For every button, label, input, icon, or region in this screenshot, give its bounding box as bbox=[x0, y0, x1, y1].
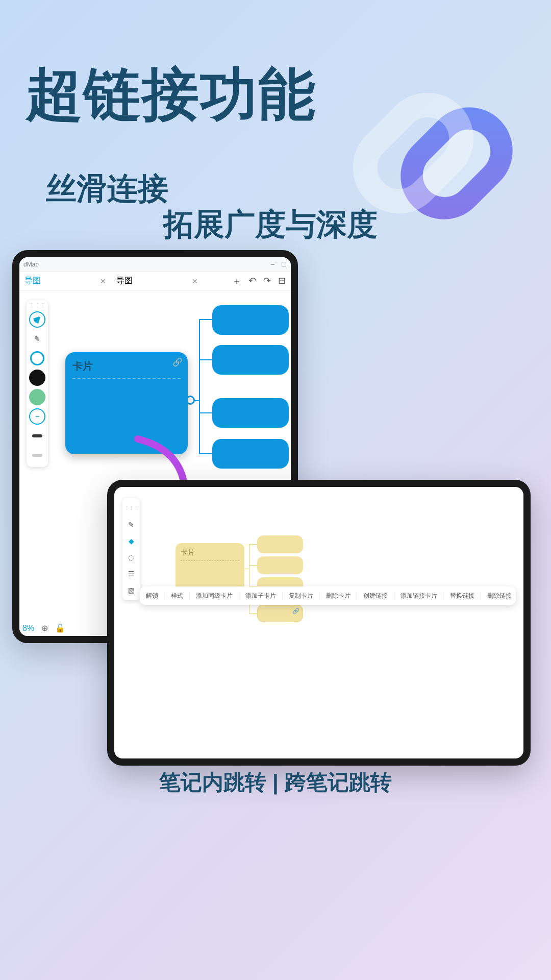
subtitle-1: 丝滑连接 bbox=[46, 168, 168, 210]
ctx-item-add-link-card[interactable]: 添加链接卡片 bbox=[394, 592, 444, 600]
redo-icon[interactable]: ↷ bbox=[263, 275, 271, 287]
link-icon-decor bbox=[372, 77, 525, 230]
ctx-item-replace-link[interactable]: 替换链接 bbox=[444, 592, 481, 600]
ctx-item-copy[interactable]: 复制卡片 bbox=[283, 592, 320, 600]
minimize-icon[interactable]: – bbox=[271, 261, 274, 268]
outline-icon[interactable]: ⊟ bbox=[278, 275, 286, 287]
ctx-item-unlock[interactable]: 解锁 bbox=[140, 592, 165, 600]
child-card[interactable] bbox=[212, 439, 289, 469]
main-title: 超链接功能 bbox=[26, 56, 316, 133]
maximize-icon[interactable]: ☐ bbox=[281, 261, 287, 268]
context-menu: 解锁 样式 添加同级卡片 添加子卡片 复制卡片 删除卡片 创建链接 添加链接卡片… bbox=[140, 586, 516, 605]
eraser-icon[interactable]: ◆ bbox=[124, 534, 138, 548]
target-icon[interactable]: ⊕ bbox=[41, 623, 48, 633]
card-divider bbox=[181, 560, 239, 561]
card-title: 卡片 bbox=[181, 548, 239, 557]
thickness-light-icon[interactable] bbox=[32, 454, 42, 457]
connector-line bbox=[249, 565, 257, 566]
child-card[interactable] bbox=[212, 398, 289, 428]
ctx-item-create-link[interactable]: 创建链接 bbox=[357, 592, 394, 600]
image-icon[interactable]: ▧ bbox=[124, 583, 138, 597]
thickness-dark-icon[interactable] bbox=[32, 434, 42, 437]
pen-icon[interactable]: ✎ bbox=[124, 518, 138, 531]
ctx-item-add-sibling[interactable]: 添加同级卡片 bbox=[190, 592, 239, 600]
ctx-item-delete[interactable]: 删除卡片 bbox=[320, 592, 357, 600]
ctx-item-add-child[interactable]: 添加子卡片 bbox=[239, 592, 283, 600]
lock-icon[interactable]: 🔓 bbox=[55, 623, 65, 633]
close-icon[interactable]: ✕ bbox=[100, 277, 106, 285]
ctx-item-delete-link[interactable]: 删除链接 bbox=[481, 592, 516, 600]
undo-icon[interactable]: ↶ bbox=[248, 275, 256, 287]
text-icon[interactable]: ☰ bbox=[124, 567, 138, 580]
child-card-yellow-linked[interactable]: 🔗 bbox=[257, 604, 303, 622]
tab-label: 导图 bbox=[24, 276, 41, 286]
status-bar: 8% ⊕ 🔓 bbox=[22, 623, 65, 633]
tab-inactive[interactable]: 导图 ✕ bbox=[111, 272, 203, 290]
link-icon: 🔗 bbox=[292, 608, 299, 615]
link-icon[interactable]: 🔗 bbox=[172, 357, 183, 367]
card-title: 卡片 bbox=[72, 359, 181, 373]
connector-line bbox=[199, 453, 212, 454]
child-card[interactable] bbox=[212, 345, 289, 375]
pen-tool-icon[interactable] bbox=[29, 311, 45, 328]
tool-palette[interactable]: ⋮⋮⋮ ✎ − bbox=[27, 300, 48, 467]
connector-line bbox=[199, 319, 212, 320]
add-tab-icon[interactable]: ＋ bbox=[232, 275, 241, 287]
color-black-icon[interactable] bbox=[29, 370, 45, 386]
connector-line bbox=[249, 613, 257, 614]
subtitle-2: 拓展广度与深度 bbox=[163, 204, 378, 246]
minus-tool-icon[interactable]: − bbox=[29, 408, 45, 425]
drag-handle-icon[interactable]: ⋮⋮⋮ bbox=[29, 302, 46, 308]
card-divider bbox=[72, 378, 181, 379]
connector-line bbox=[199, 359, 212, 360]
tool-palette-2[interactable]: ⋮⋮⋮ ✎ ◆ ◌ ☰ ▧ bbox=[122, 498, 140, 600]
ring-tool-icon[interactable] bbox=[30, 351, 44, 365]
bottom-caption: 笔记内跳转 | 跨笔记跳转 bbox=[0, 768, 551, 797]
app-name: dMap bbox=[23, 261, 39, 268]
connector-line bbox=[199, 412, 212, 413]
connector-line bbox=[199, 319, 200, 454]
close-icon[interactable]: ✕ bbox=[192, 277, 198, 285]
connector-line bbox=[244, 569, 249, 569]
tab-label: 导图 bbox=[116, 276, 133, 286]
tab-active[interactable]: 导图 ✕ bbox=[19, 272, 111, 290]
child-card[interactable] bbox=[212, 305, 289, 335]
color-green-icon[interactable] bbox=[29, 389, 45, 405]
child-card-yellow[interactable] bbox=[257, 535, 303, 553]
main-card[interactable]: 卡片 🔗 bbox=[65, 352, 188, 454]
zoom-label[interactable]: 8% bbox=[22, 624, 34, 633]
pen-dark-icon[interactable]: ✎ bbox=[29, 331, 45, 347]
ctx-item-style[interactable]: 样式 bbox=[165, 592, 190, 600]
tablet-screenshot-2: ⋮⋮⋮ ✎ ◆ ◌ ☰ ▧ 卡片 🔗 解锁 样式 添加同级卡片 添加子卡片 复制… bbox=[107, 480, 531, 766]
drag-handle-icon[interactable]: ⋮⋮⋮ bbox=[124, 502, 138, 515]
child-card-yellow[interactable] bbox=[257, 556, 303, 574]
lasso-icon[interactable]: ◌ bbox=[124, 551, 138, 564]
window-header: dMap – ☐ bbox=[19, 257, 291, 272]
connector-line bbox=[249, 544, 257, 545]
tab-bar: 导图 ✕ 导图 ✕ ＋ ↶ ↷ ⊟ bbox=[19, 272, 291, 291]
